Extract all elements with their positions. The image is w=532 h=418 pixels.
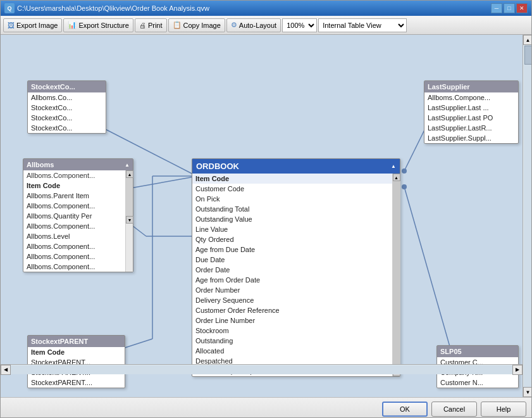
allboms-header: Allboms ▲ — [23, 159, 133, 170]
list-item[interactable]: Qty Ordered — [192, 234, 392, 244]
allboms-table[interactable]: Allboms ▲ Allboms.Component... Item Code… — [23, 158, 133, 272]
svg-point-13 — [402, 184, 407, 189]
minimize-button[interactable]: ─ — [491, 3, 502, 13]
horizontal-scrollbar[interactable]: ◀ ▶ — [1, 364, 523, 374]
stockextparent-header: StockextPARENT — [28, 336, 125, 347]
print-button[interactable]: 🖨 Print — [135, 18, 167, 32]
scroll-left-button[interactable]: ◀ — [1, 365, 11, 375]
svg-line-1 — [127, 176, 198, 189]
list-item[interactable]: Outstanding Total — [192, 204, 392, 214]
canvas-area: StockextCo... Allboms.Co... StockextCo..… — [1, 35, 532, 397]
list-item[interactable]: Age from Order Date — [192, 275, 392, 285]
list-item[interactable]: Delivery Sequence — [192, 295, 392, 305]
auto-layout-button[interactable]: ⚙ Auto-Layout — [226, 18, 281, 32]
scroll-track — [524, 45, 533, 387]
cancel-button[interactable]: Cancel — [431, 402, 477, 417]
list-item[interactable]: Allboms.Parent Item — [23, 191, 125, 201]
list-item[interactable]: Item Code — [192, 174, 392, 184]
list-item[interactable]: LastSupplier.Last ... — [424, 103, 518, 113]
ordbook-scrollbar-up[interactable]: ▲ — [393, 174, 400, 181]
list-item[interactable]: LastSupplier.Suppl... — [424, 133, 518, 143]
list-item[interactable]: Allboms.Component... — [23, 201, 125, 211]
list-item[interactable]: Allboms.Component... — [23, 262, 125, 272]
zoom-selector[interactable]: 100% — [282, 18, 317, 32]
scroll-down-button[interactable]: ▼ — [523, 387, 533, 397]
list-item[interactable]: Allocated — [192, 346, 392, 356]
list-item[interactable]: Allboms.Quantity Per — [23, 211, 125, 221]
list-item[interactable]: Order Date — [192, 265, 392, 275]
scroll-up-button[interactable]: ▲ — [523, 35, 533, 45]
list-item[interactable]: Allboms.Level — [23, 231, 125, 241]
copy-image-icon: 📋 — [173, 21, 182, 29]
list-item[interactable]: StockextCo... — [28, 123, 99, 133]
allboms-scrollbar-down[interactable]: ▼ — [126, 216, 133, 224]
scroll-thumb[interactable] — [524, 46, 532, 65]
view-selector[interactable]: Internal Table View — [318, 18, 407, 32]
stockextco-table[interactable]: StockextCo... Allboms.Co... StockextCo..… — [27, 80, 106, 134]
list-item[interactable]: Age from Due Date — [192, 244, 392, 255]
title-bar-text: C:\Users\marshala\Desktop\Qlikview\Order… — [17, 4, 491, 12]
export-image-button[interactable]: 🖼 Export Image — [3, 18, 62, 32]
list-item[interactable]: StockextPARENT.... — [28, 377, 125, 388]
copy-image-label: Copy Image — [183, 22, 221, 29]
list-item[interactable]: Customer Code — [192, 184, 392, 194]
toolbar: 🖼 Export Image 📊 Export Structure 🖨 Prin… — [1, 16, 531, 35]
ordbook-scroll-up[interactable]: ▲ — [391, 163, 396, 169]
title-bar: Q C:\Users\marshala\Desktop\Qlikview\Ord… — [1, 1, 531, 16]
list-item[interactable]: Allboms.Compone... — [424, 92, 518, 103]
list-item[interactable]: Due Date — [192, 255, 392, 265]
svg-point-12 — [402, 168, 407, 174]
stockextparent-table[interactable]: StockextPARENT Item Code StockextPARENT.… — [27, 335, 125, 388]
lastsupplier-header: LastSupplier — [424, 81, 518, 92]
list-item[interactable]: Customer N... — [437, 377, 518, 388]
list-item[interactable]: Order Number — [192, 285, 392, 295]
list-item[interactable]: LastSupplier.Last PO — [424, 113, 518, 123]
print-label: Print — [148, 22, 163, 29]
list-item[interactable]: Item Code — [28, 347, 125, 357]
ordbook-table[interactable]: ORDBOOK ▲ Item Code Customer Code On Pic… — [192, 158, 400, 377]
export-structure-button[interactable]: 📊 Export Structure — [63, 18, 133, 32]
list-item[interactable]: Outstanding — [192, 336, 392, 346]
list-item[interactable]: StockextCo... — [28, 113, 99, 123]
status-bar: OK Cancel Help — [1, 397, 531, 418]
allboms-scroll-up[interactable]: ▲ — [125, 162, 130, 168]
list-item[interactable]: Stockroom — [192, 326, 392, 336]
list-item[interactable]: Allboms.Co... — [28, 92, 99, 103]
stockextco-header: StockextCo... — [28, 81, 106, 92]
ordbook-header: ORDBOOK ▲ — [192, 159, 400, 174]
close-button[interactable]: ✕ — [516, 3, 528, 13]
ok-button[interactable]: OK — [382, 402, 428, 417]
h-scroll-track — [11, 365, 512, 374]
list-item[interactable]: Item Code — [23, 180, 125, 191]
list-item[interactable]: Line Value — [192, 224, 392, 234]
slp05-header: SLP05 — [437, 346, 518, 357]
list-item[interactable]: On Pick — [192, 194, 392, 204]
list-item[interactable]: StockextCo... — [28, 103, 99, 113]
window-controls[interactable]: ─ □ ✕ — [491, 3, 528, 13]
list-item[interactable]: Allboms.Component... — [23, 221, 125, 231]
allboms-scrollbar-up[interactable]: ▲ — [126, 170, 133, 178]
list-item[interactable]: Order Line Number — [192, 315, 392, 326]
maximize-button[interactable]: □ — [504, 3, 515, 13]
list-item[interactable]: Allboms.Component... — [23, 241, 125, 251]
list-item[interactable]: Allboms.Component... — [23, 251, 125, 262]
auto-layout-icon: ⚙ — [231, 21, 237, 29]
export-structure-label: Export Structure — [78, 22, 128, 29]
export-image-icon: 🖼 — [8, 22, 15, 29]
help-button[interactable]: Help — [481, 402, 526, 417]
lastsupplier-table[interactable]: LastSupplier Allboms.Compone... LastSupp… — [424, 80, 519, 144]
vertical-scrollbar[interactable]: ▲ ▼ — [523, 35, 532, 397]
list-item[interactable]: Allboms.Component... — [23, 170, 125, 180]
app-icon: Q — [4, 3, 15, 13]
copy-image-button[interactable]: 📋 Copy Image — [168, 18, 225, 32]
print-icon: 🖨 — [139, 22, 146, 29]
auto-layout-label: Auto-Layout — [239, 22, 276, 29]
list-item[interactable]: Customer Order Reference — [192, 305, 392, 315]
scroll-right-button[interactable]: ▶ — [512, 365, 523, 375]
svg-line-8 — [404, 187, 455, 364]
list-item[interactable]: LastSupplier.LastR... — [424, 123, 518, 133]
export-image-label: Export Image — [16, 22, 58, 29]
export-structure-icon: 📊 — [68, 21, 77, 29]
list-item[interactable]: Outstanding Value — [192, 214, 392, 224]
